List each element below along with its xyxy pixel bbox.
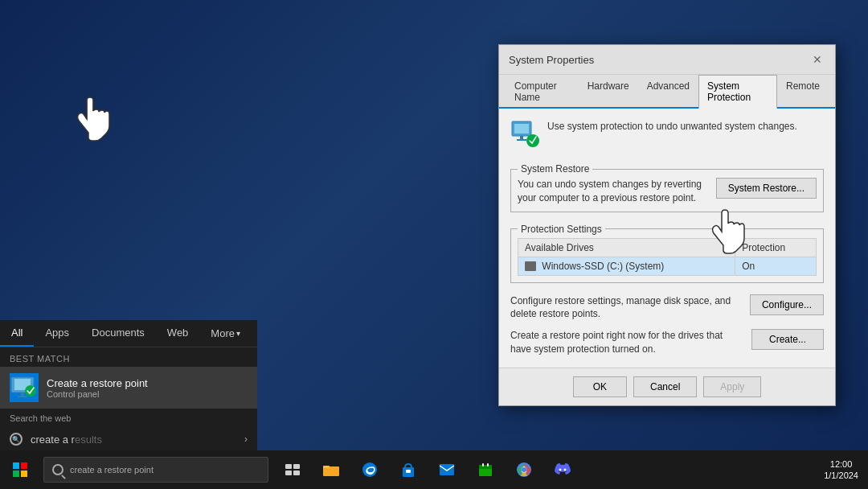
svg-point-31 xyxy=(522,467,526,472)
drive-name: Windows-SSD (C:) (System) xyxy=(518,257,735,275)
search-icon xyxy=(52,464,63,475)
system-restore-legend: System Restore xyxy=(518,163,592,175)
chrome-button[interactable] xyxy=(506,450,542,489)
svg-rect-27 xyxy=(482,463,484,466)
restore-point-icon xyxy=(10,373,39,402)
close-button[interactable]: ✕ xyxy=(809,51,825,68)
apply-button[interactable]: Apply xyxy=(703,376,761,397)
start-button[interactable] xyxy=(0,450,40,489)
dialog-tabs: Computer Name Hardware Advanced System P… xyxy=(499,75,835,109)
discord-button[interactable] xyxy=(545,450,580,489)
taskbar-icons xyxy=(275,450,580,489)
configure-button[interactable]: Configure... xyxy=(750,294,824,315)
tab-advanced[interactable]: Advanced xyxy=(638,75,698,109)
search-web-label: Search the web xyxy=(0,409,257,428)
hdd-icon xyxy=(525,261,536,271)
svg-rect-16 xyxy=(293,464,300,469)
taskbar-search-bar[interactable]: create a restore point xyxy=(43,457,268,483)
create-row: Create a restore point right now for the… xyxy=(510,329,824,356)
dialog-titlebar: System Properties ✕ xyxy=(499,45,835,75)
system-restore-button[interactable]: System Restore... xyxy=(716,178,817,199)
taskbar: create a restore point xyxy=(0,450,868,489)
protection-status: On xyxy=(735,257,817,275)
tab-computer-name[interactable]: Computer Name xyxy=(506,75,579,109)
windows-logo-icon xyxy=(13,462,27,477)
svg-rect-17 xyxy=(285,471,292,475)
best-match-label: Best match xyxy=(0,347,257,367)
svg-rect-20 xyxy=(323,466,330,468)
search-nav-tabs: All Apps Documents Web More ▾ xyxy=(0,320,257,347)
svg-point-4 xyxy=(25,385,36,397)
tab-documents[interactable]: Documents xyxy=(80,320,156,347)
protection-table: Available Drives Protection Windows-SSD … xyxy=(518,238,817,276)
start-search-panel: All Apps Documents Web More ▾ Best match… xyxy=(0,320,257,450)
svg-rect-24 xyxy=(440,464,454,475)
tab-more[interactable]: More ▾ xyxy=(199,320,252,347)
mail-button[interactable] xyxy=(429,450,465,489)
arrow-right-icon: › xyxy=(244,434,248,445)
col-protection: Protection xyxy=(735,238,817,257)
cancel-button[interactable]: Cancel xyxy=(633,376,697,397)
search-result-item[interactable]: Create a restore point Control panel xyxy=(0,367,257,409)
configure-row: Configure restore settings, manage disk … xyxy=(510,294,824,322)
result-text-block: Create a restore point Control panel xyxy=(47,377,248,399)
svg-rect-28 xyxy=(487,463,489,466)
dialog-title: System Properties xyxy=(509,54,594,66)
dialog-body: Use system protection to undo unwanted s… xyxy=(499,109,835,368)
edge-browser-button[interactable] xyxy=(352,450,387,489)
dialog-footer: OK Cancel Apply xyxy=(499,368,835,405)
system-restore-row: You can undo system changes by reverting… xyxy=(518,178,817,205)
svg-point-32 xyxy=(559,469,562,471)
system-restore-section: System Restore You can undo system chang… xyxy=(510,163,824,212)
result-subtitle: Control panel xyxy=(47,389,248,399)
tab-all[interactable]: All xyxy=(0,320,34,347)
svg-point-33 xyxy=(564,469,567,471)
ok-button[interactable]: OK xyxy=(573,376,627,397)
svg-rect-23 xyxy=(406,470,411,473)
tab-remote[interactable]: Remote xyxy=(777,75,829,109)
task-view-button[interactable] xyxy=(275,450,310,489)
web-search-query: create a results xyxy=(31,434,236,446)
svg-rect-26 xyxy=(479,465,492,469)
tab-apps[interactable]: Apps xyxy=(34,320,80,347)
protection-settings-legend: Protection Settings xyxy=(518,224,605,235)
chevron-down-icon: ▾ xyxy=(236,329,240,338)
svg-rect-15 xyxy=(285,464,292,469)
date: 1/1/2024 xyxy=(824,470,858,481)
calendar-button[interactable] xyxy=(468,450,503,489)
web-search-item[interactable]: 🔍 create a results › xyxy=(0,428,257,450)
svg-rect-11 xyxy=(514,124,529,134)
store-button[interactable] xyxy=(391,450,426,489)
time: 12:00 xyxy=(824,458,858,470)
tab-hardware[interactable]: Hardware xyxy=(579,75,638,109)
clock: 12:00 1/1/2024 xyxy=(824,458,858,482)
svg-rect-2 xyxy=(21,392,24,396)
configure-desc: Configure restore settings, manage disk … xyxy=(510,294,743,322)
svg-rect-13 xyxy=(517,139,526,141)
result-title: Create a restore point xyxy=(47,377,248,389)
info-text: Use system protection to undo unwanted s… xyxy=(547,120,797,134)
info-row: Use system protection to undo unwanted s… xyxy=(510,120,824,152)
svg-rect-3 xyxy=(18,396,27,397)
system-properties-dialog: System Properties ✕ Computer Name Hardwa… xyxy=(498,44,836,406)
protection-settings-section: Protection Settings Available Drives Pro… xyxy=(510,224,824,283)
search-web-icon: 🔍 xyxy=(10,433,23,446)
create-button[interactable]: Create... xyxy=(751,329,824,350)
create-desc: Create a restore point right now for the… xyxy=(510,329,745,356)
tab-web[interactable]: Web xyxy=(156,320,200,347)
col-drives: Available Drives xyxy=(518,238,735,257)
system-tray: 12:00 1/1/2024 xyxy=(824,458,868,482)
svg-rect-18 xyxy=(293,471,300,475)
system-restore-desc: You can undo system changes by reverting… xyxy=(518,178,710,205)
system-protection-icon xyxy=(510,120,539,152)
tab-system-protection[interactable]: System Protection xyxy=(698,75,777,109)
file-explorer-button[interactable] xyxy=(313,450,349,489)
table-row[interactable]: Windows-SSD (C:) (System) On xyxy=(518,257,817,275)
taskbar-search-text: create a restore point xyxy=(70,465,154,475)
